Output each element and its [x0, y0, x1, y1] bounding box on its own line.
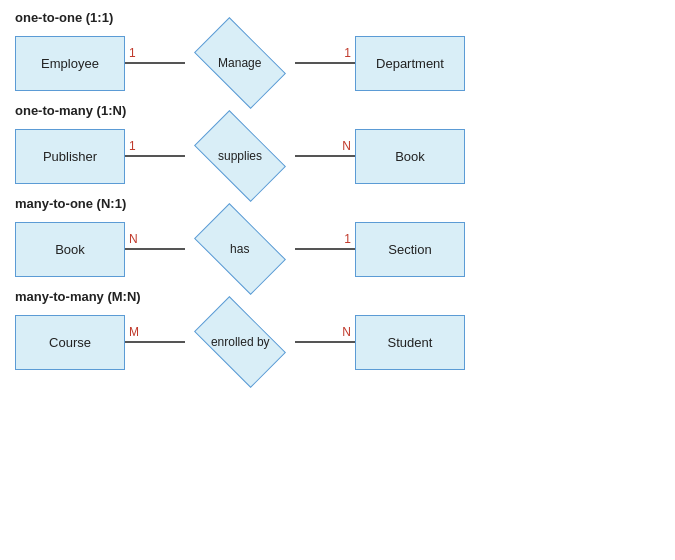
er-section-0: one-to-one (1:1)Employee 1 Manage 1 Depa…	[15, 10, 660, 93]
left-cardinality-0: 1	[129, 46, 136, 60]
right-connector-1: N	[295, 155, 355, 157]
section-title-0: one-to-one (1:1)	[15, 10, 660, 25]
left-entity-2: Book	[15, 222, 125, 277]
diamond-1: supplies	[194, 110, 286, 202]
diamond-container-0: Manage	[185, 36, 295, 91]
diamond-container-2: has	[185, 222, 295, 277]
left-cardinality-1: 1	[129, 139, 136, 153]
left-line-1	[125, 155, 185, 157]
right-cardinality-2: 1	[344, 232, 351, 246]
right-connector-3: N	[295, 341, 355, 343]
relationship-label-3: enrolled by	[211, 335, 270, 349]
right-connector-0: 1	[295, 62, 355, 64]
left-connector-1: 1	[125, 155, 185, 157]
relationship-label-2: has	[230, 242, 249, 256]
right-entity-1: Book	[355, 129, 465, 184]
left-entity-0: Employee	[15, 36, 125, 91]
section-title-1: one-to-many (1:N)	[15, 103, 660, 118]
diamond-2: has	[194, 203, 286, 295]
section-title-2: many-to-one (N:1)	[15, 196, 660, 211]
right-line-3	[295, 341, 355, 343]
left-line-0	[125, 62, 185, 64]
right-line-0	[295, 62, 355, 64]
er-row-1: Publisher 1 supplies N Book	[15, 126, 660, 186]
right-line-1	[295, 155, 355, 157]
right-cardinality-3: N	[342, 325, 351, 339]
relationship-label-0: Manage	[218, 56, 261, 70]
er-row-2: Book N has 1 Section	[15, 219, 660, 279]
section-title-3: many-to-many (M:N)	[15, 289, 660, 304]
left-entity-3: Course	[15, 315, 125, 370]
left-line-3	[125, 341, 185, 343]
diamond-3: enrolled by	[194, 296, 286, 388]
right-line-2	[295, 248, 355, 250]
left-connector-3: M	[125, 341, 185, 343]
right-connector-2: 1	[295, 248, 355, 250]
er-row-0: Employee 1 Manage 1 Department	[15, 33, 660, 93]
diamond-0: Manage	[194, 17, 286, 109]
diamond-container-1: supplies	[185, 129, 295, 184]
left-cardinality-2: N	[129, 232, 138, 246]
right-cardinality-1: N	[342, 139, 351, 153]
relationship-label-1: supplies	[218, 149, 262, 163]
right-entity-0: Department	[355, 36, 465, 91]
diamond-container-3: enrolled by	[185, 315, 295, 370]
er-row-3: Course M enrolled by N Student	[15, 312, 660, 372]
er-section-3: many-to-many (M:N)Course M enrolled by N…	[15, 289, 660, 372]
left-cardinality-3: M	[129, 325, 139, 339]
right-cardinality-0: 1	[344, 46, 351, 60]
er-section-1: one-to-many (1:N)Publisher 1 supplies N …	[15, 103, 660, 186]
er-section-2: many-to-one (N:1)Book N has 1 Section	[15, 196, 660, 279]
right-entity-3: Student	[355, 315, 465, 370]
left-connector-0: 1	[125, 62, 185, 64]
left-connector-2: N	[125, 248, 185, 250]
right-entity-2: Section	[355, 222, 465, 277]
left-entity-1: Publisher	[15, 129, 125, 184]
left-line-2	[125, 248, 185, 250]
